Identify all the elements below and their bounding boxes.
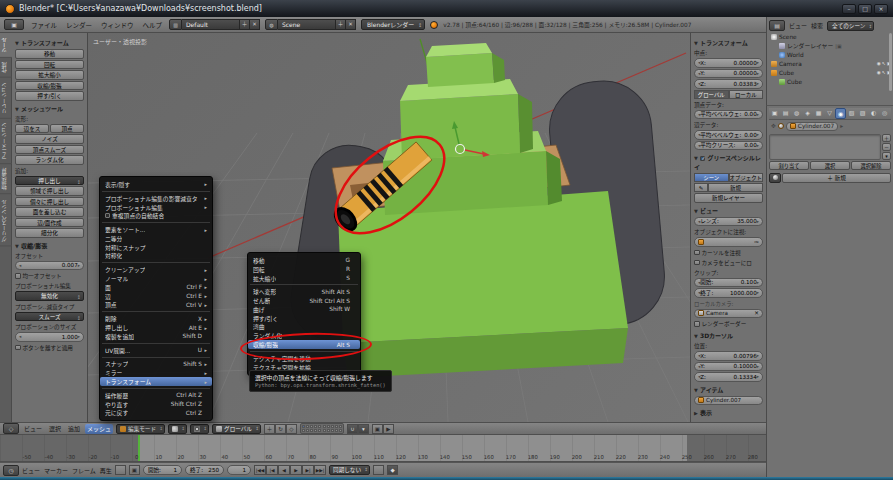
properties-tab-icon[interactable]: ▦ <box>813 108 824 119</box>
tool-button[interactable]: 辺/面作成 <box>15 218 84 228</box>
view-panel-header[interactable]: ▼ ビュー <box>694 206 763 215</box>
scene-delete-button[interactable]: ✕ <box>346 19 356 30</box>
menu-item[interactable]: 拡大縮小 S ▸ <box>248 274 360 283</box>
menu-item[interactable]: やり直す Shift Ctrl Z ▸ <box>100 400 212 409</box>
tool-button[interactable]: 頂点 <box>50 124 84 134</box>
deselect-button[interactable]: 選択解除 <box>851 161 891 170</box>
properties-tab-icon[interactable]: ◍ <box>791 108 802 119</box>
properties-tab-icon[interactable]: ◉ <box>835 108 846 119</box>
new-layer-button[interactable]: 新規レイヤー <box>694 193 763 203</box>
pivot-dropdown[interactable] <box>190 424 209 434</box>
tool-button[interactable]: 頂点スムーズ <box>15 145 84 155</box>
render-engine-selector[interactable]: Blenderレンダー <box>361 19 425 30</box>
extrude-menu-button[interactable]: 押し出し <box>15 176 84 186</box>
mesh-tools-panel-header[interactable]: ▼ メッシュツール <box>15 104 84 113</box>
preview-range-button[interactable] <box>115 465 126 475</box>
number-field[interactable]: ◂Z:0.03383▸ <box>694 79 763 89</box>
tool-button[interactable]: 細分化 <box>15 228 84 238</box>
editor-type-icon[interactable]: ◷ <box>3 465 19 476</box>
menu-item[interactable]: UV展開... U ▸ <box>100 346 212 355</box>
lock-time-button[interactable]: ▣ <box>129 465 140 475</box>
remove-slot-button[interactable]: － <box>882 143 891 151</box>
outliner-row[interactable]: Cube |▣ ◉ ↖ ▣ <box>769 77 891 86</box>
cursor-panel-header[interactable]: ▼ 3Dカーソル <box>694 331 763 340</box>
layout-name[interactable]: Default <box>182 19 240 30</box>
eyedropper-icon[interactable]: ✑ <box>754 239 759 245</box>
scene-button[interactable]: シーン <box>694 173 729 182</box>
tool-button[interactable]: 移動 <box>15 49 84 59</box>
menu-item[interactable]: 湾曲 ▸ <box>248 323 360 332</box>
menu-item[interactable]: 押す/引く ▸ <box>248 314 360 323</box>
number-field[interactable]: ◂開始:0.100▸ <box>694 278 763 288</box>
grease-pencil-panel-header[interactable]: ▼ グリースペンシルレイ <box>694 153 763 171</box>
number-field[interactable]: ◂平均クリース:0.00▸ <box>694 141 763 151</box>
menu-item[interactable]: トランスフォーム ▸ <box>100 377 212 386</box>
playback-button[interactable]: ▶| <box>302 465 314 475</box>
local-camera-field[interactable]: Camera✕ <box>694 309 763 319</box>
menu-item[interactable]: 表示/隠す ▸ <box>100 180 212 189</box>
playback-button[interactable]: ▶▶| <box>314 465 326 475</box>
lock-cursor-checkbox[interactable]: カーソルを注視 <box>694 249 763 257</box>
editor-type-icon[interactable]: ▤ <box>769 20 785 31</box>
menu-item[interactable]: プロポーショナル編集の影響減衰タイプ ▸ <box>100 194 212 203</box>
menu-item[interactable]: 追加 <box>66 424 82 434</box>
shelf-tab[interactable]: リレーション <box>0 78 12 119</box>
menu-item[interactable]: 回転 R ▸ <box>248 265 360 274</box>
window-control-button[interactable]: × <box>874 4 888 14</box>
snap-magnet-icon[interactable]: ∪ <box>347 424 358 434</box>
playback-button[interactable]: ▶ <box>290 465 302 475</box>
menu-item[interactable]: 二等分 ▸ <box>100 234 212 243</box>
tool-button[interactable]: 領域で押し出し <box>15 186 84 196</box>
menu-item[interactable]: 曲げ Shift W ▸ <box>248 305 360 314</box>
menu-item[interactable]: 押し出し Alt E ▸ <box>100 323 212 332</box>
lens-field[interactable]: ◂レンズ:35.000▸ <box>694 217 763 227</box>
menu-item[interactable]: ヘルプ <box>141 20 165 30</box>
menu-item[interactable]: レンダー <box>64 20 94 30</box>
record-button[interactable] <box>373 465 384 475</box>
menu-item[interactable]: メッシュ <box>85 424 113 434</box>
window-control-button[interactable]: □ <box>858 4 872 14</box>
outliner-search-menu[interactable]: 検索 <box>811 21 823 30</box>
number-field[interactable]: ◂平均ベベルウェ:0.00▸ <box>694 130 763 140</box>
lock-object-field[interactable]: ✑ <box>694 237 763 247</box>
render-border-checkbox[interactable]: レンダーボーダー <box>694 320 763 328</box>
tool-button[interactable]: 拡大縮小 <box>15 70 84 80</box>
tool-button[interactable]: 面を差し込む <box>15 207 84 217</box>
keying-set-button[interactable]: ◆ <box>387 465 398 475</box>
tool-button[interactable]: 押す/引く <box>15 91 84 101</box>
select-button[interactable]: 選択 <box>810 161 850 170</box>
shelf-tab[interactable]: アニメーション <box>0 118 12 164</box>
add-slot-button[interactable]: ＋ <box>882 134 891 142</box>
snap-element-icon[interactable]: ▾ <box>358 424 369 434</box>
number-field[interactable]: ◂平均ベベルウェ:0.00▸ <box>694 110 763 120</box>
global-button[interactable]: グローバル <box>694 90 729 99</box>
screen-layout-selector[interactable]: ▥ Default ＋ ✕ <box>169 19 260 30</box>
timeline-ruler[interactable]: -50-40-30-20-100102030405060708090100110… <box>0 435 766 462</box>
tool-button[interactable]: 個々に押し出し <box>15 197 84 207</box>
menu-item[interactable]: 辺 Ctrl E ▸ <box>100 292 212 301</box>
menu-item[interactable]: せん断 Shift Ctrl Alt S ▸ <box>248 296 360 305</box>
mode-dropdown[interactable]: 編集モード <box>116 424 165 434</box>
number-field[interactable]: ◂Y:0.10000▸ <box>694 362 763 372</box>
menu-item[interactable]: 面 Ctrl F ▸ <box>100 283 212 292</box>
layout-delete-button[interactable]: ✕ <box>250 19 260 30</box>
menu-item[interactable]: スナップ Shift S ▸ <box>100 360 212 369</box>
tool-button[interactable]: 辺をス <box>15 124 49 134</box>
pin-icon[interactable]: ✥ <box>771 123 776 129</box>
tool-button[interactable]: ノイズ <box>15 134 84 144</box>
outliner-filter-dropdown[interactable]: 全てのシーン <box>827 21 874 31</box>
properties-tab-icon[interactable]: ▽ <box>824 108 835 119</box>
properties-tab-icon[interactable]: ◎ <box>879 108 890 119</box>
menu-item[interactable]: ビュー <box>22 424 44 434</box>
scale-manipulator-button[interactable]: ◇ <box>286 424 297 434</box>
display-panel-header[interactable]: ▶ 表示 <box>694 408 763 417</box>
transform-panel-header[interactable]: ▼ トランスフォーム <box>15 38 84 47</box>
grease-new-button[interactable]: 新規 <box>708 183 763 192</box>
scene-name[interactable]: Scene <box>278 19 336 30</box>
menu-item[interactable]: 削除 X ▸ <box>100 314 212 323</box>
menu-item[interactable]: 再生 <box>100 466 112 475</box>
number-field[interactable]: ◂終了:1000.000▸ <box>694 288 763 298</box>
lock-camera-checkbox[interactable]: カメラをビューにロ <box>694 259 763 267</box>
properties-tab-icon[interactable]: ▧ <box>846 108 857 119</box>
material-slot-list[interactable] <box>769 134 881 160</box>
